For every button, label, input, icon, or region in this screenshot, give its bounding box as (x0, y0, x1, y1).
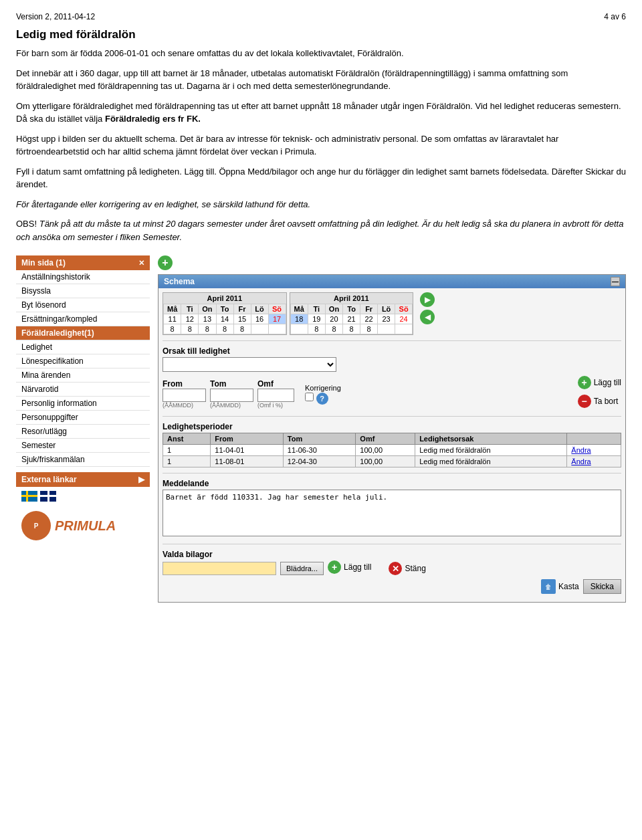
tom-hint: (ÅÅMMDD) (210, 402, 253, 409)
sidebar-item-ersattningar[interactable]: Ersättningar/kompled (16, 312, 150, 326)
flag-sweden[interactable] (21, 491, 37, 502)
cal1-d15[interactable]: 15 (233, 314, 251, 324)
content-area: Min sida (1) ✕ Anställningshistorik Bisy… (16, 255, 626, 603)
cal1-v15: 8 (233, 324, 251, 334)
cal2-v18 (290, 324, 308, 334)
cal1-d13[interactable]: 13 (199, 314, 216, 324)
cal1-h-fr: Fr (233, 304, 251, 314)
sidebar-item-mina-arenden[interactable]: Mina ärenden (16, 369, 150, 383)
from-input[interactable] (163, 389, 206, 402)
row2-tom: 12-04-30 (283, 456, 356, 467)
sidebar-item-personlig-info[interactable]: Personlig information (16, 397, 150, 411)
external-links-text: Externa länkar (21, 475, 77, 484)
calendar-1: April 2011 Må Ti On To Fr Lö (163, 292, 287, 335)
tom-input[interactable] (210, 389, 253, 402)
para7-text: OBS! Tänk på att du måste ta ut minst 20… (16, 219, 623, 242)
sidebar-title-text: Min sida (1) (21, 258, 66, 268)
ta-bort-button[interactable]: − Ta bort (578, 395, 621, 408)
external-links-title: Externa länkar ▶ (16, 472, 150, 487)
calendar-next-button[interactable]: ▶ (420, 292, 435, 307)
cal1-d17[interactable]: 17 (268, 314, 286, 324)
skicka-button[interactable]: Skicka (583, 579, 621, 594)
cal2-d21[interactable]: 21 (343, 314, 360, 324)
sidebar-item-sjuk[interactable]: Sjuk/friskanmälan (16, 453, 150, 467)
cal1-d16[interactable]: 16 (251, 314, 268, 324)
schema-title: Schema (164, 277, 195, 286)
stang-button[interactable]: ✕ Stäng (389, 562, 425, 575)
cal2-d19[interactable]: 19 (308, 314, 325, 324)
sidebar-item-resor[interactable]: Resor/utlägg (16, 425, 150, 439)
stang-icon: ✕ (389, 562, 402, 575)
cal1-d12[interactable]: 12 (181, 314, 199, 324)
korrigering-label: Korrigering (305, 384, 341, 392)
cal1-v16 (251, 324, 268, 334)
add-new-button[interactable]: + (158, 255, 173, 270)
cal1-h-lo: Lö (251, 304, 268, 314)
periods-header: Ledighetsperioder (163, 422, 621, 431)
tom-group: Tom (ÅÅMMDD) (210, 379, 253, 409)
sidebar-item-lonespecifikation[interactable]: Lönespecifikation (16, 354, 150, 369)
kasta-label: Kasta (558, 582, 579, 591)
calendar-prev-button[interactable]: ◀ (420, 310, 435, 324)
row1-andra-link[interactable]: Ändra (571, 446, 591, 454)
cal2-d22[interactable]: 22 (360, 314, 378, 324)
bilagor-lagg-till-label: Lägg till (344, 562, 371, 572)
cal1-d14[interactable]: 14 (216, 314, 233, 324)
orsak-label: Orsak till ledighet (163, 346, 621, 356)
bladrra-button[interactable]: Bläddra... (280, 562, 324, 575)
flag-gb[interactable] (40, 491, 56, 502)
ta-bort-label: Ta bort (594, 397, 619, 406)
sidebar-item-personuppgifter[interactable]: Personuppgifter (16, 411, 150, 425)
cal2-d23[interactable]: 23 (378, 314, 395, 324)
calendar-2: April 2011 Må Ti On To Fr Lö (290, 292, 414, 335)
cal1-v14: 8 (216, 324, 233, 334)
sidebar-close-icon[interactable]: ✕ (138, 259, 144, 268)
korrigering-checkbox[interactable] (305, 393, 314, 401)
sidebar: Min sida (1) ✕ Anställningshistorik Bisy… (16, 255, 150, 603)
cal2-h-on: On (325, 304, 342, 314)
primula-text: PRIMULA (55, 518, 116, 534)
sidebar-item-bisyssla[interactable]: Bisyssla (16, 284, 150, 298)
orsak-select[interactable] (163, 357, 336, 372)
from-group: From (ÅÅMMDD) (163, 379, 206, 409)
meddelande-section: Meddelande Barnet är född 110331. Jag ha… (163, 479, 621, 538)
sidebar-item-foraldraledighet[interactable]: Föräldraledighet(1) (16, 326, 150, 340)
bilagor-label: Valda bilagor (163, 550, 621, 559)
cal2-d18[interactable]: 18 (290, 314, 308, 324)
file-input-box (163, 562, 276, 575)
sidebar-item-byt-losenord[interactable]: Byt lösenord (16, 298, 150, 312)
bilagor-lagg-till-button[interactable]: + Lägg till (328, 560, 371, 574)
page-header: Version 2, 2011-04-12 4 av 6 (16, 12, 626, 21)
sidebar-item-semester[interactable]: Semester (16, 439, 150, 453)
cal1-d11[interactable]: 11 (164, 314, 181, 324)
cal2-h-to: To (343, 304, 360, 314)
stang-label: Stäng (405, 564, 425, 573)
meddelande-label: Meddelande (163, 479, 621, 488)
cal2-d20[interactable]: 20 (325, 314, 342, 324)
schema-minimize-button[interactable]: — (611, 277, 620, 286)
kasta-button[interactable]: 🗑 Kasta (541, 579, 579, 594)
orsak-section: Orsak till ledighet (163, 346, 621, 372)
row2-anst: 1 (163, 456, 211, 467)
meddelande-textarea[interactable]: Barnet är född 110331. Jag har semester … (163, 490, 621, 536)
bottom-buttons: 🗑 Kasta Skicka (163, 579, 621, 594)
para6-italic: För återtagande eller korrigering av en … (16, 199, 310, 209)
sidebar-item-narvarotid[interactable]: Närvarotid (16, 383, 150, 397)
paragraph-2: Det innebär att i 360 dagar, upp till at… (16, 67, 626, 93)
external-links-arrow: ▶ (138, 475, 144, 484)
cal1-month: April 2011 (163, 293, 286, 304)
help-icon[interactable]: ? (316, 393, 328, 405)
cal1-h-to: To (216, 304, 233, 314)
cal2-h-lo: Lö (378, 304, 395, 314)
sidebar-item-ledighet[interactable]: Ledighet (16, 340, 150, 354)
sidebar-item-anstallningshistorik[interactable]: Anställningshistorik (16, 270, 150, 284)
cal2-h-ma: Må (290, 304, 308, 314)
sidebar-flags (16, 487, 150, 506)
row2-andra-link[interactable]: Ändra (571, 457, 591, 465)
korrigering-group: Korrigering ? (305, 383, 341, 405)
cal2-d24[interactable]: 24 (395, 314, 413, 324)
cal2-v24 (395, 324, 413, 334)
lagg-till-button[interactable]: + Lägg till (578, 376, 621, 389)
cal2-h-so: Sö (395, 304, 413, 314)
omf-input[interactable] (257, 389, 294, 402)
